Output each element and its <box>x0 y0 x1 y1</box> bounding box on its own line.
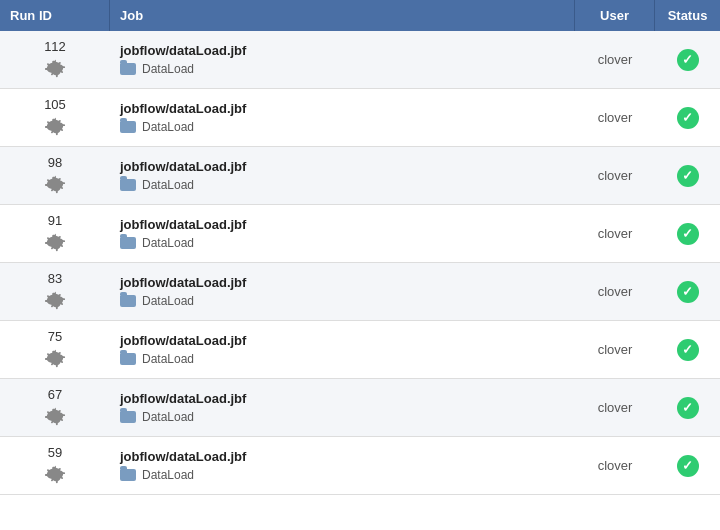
status-ok-icon: ✓ <box>677 397 699 419</box>
cell-runid: 83 <box>0 263 110 320</box>
table-row[interactable]: 67 jobflow/dataLoad.jbf DataLoad clover … <box>0 379 720 437</box>
cell-job: jobflow/dataLoad.jbf DataLoad <box>110 151 575 200</box>
status-ok-icon: ✓ <box>677 339 699 361</box>
run-id-value: 112 <box>44 39 66 54</box>
job-sub: DataLoad <box>120 468 565 482</box>
cell-user: clover <box>575 160 655 191</box>
gear-icon <box>44 290 66 312</box>
cell-status: ✓ <box>655 331 720 369</box>
job-sublabel: DataLoad <box>142 178 194 192</box>
cell-runid: 67 <box>0 379 110 436</box>
job-sublabel: DataLoad <box>142 468 194 482</box>
folder-icon <box>120 353 136 365</box>
job-filename: jobflow/dataLoad.jbf <box>120 449 565 464</box>
job-filename: jobflow/dataLoad.jbf <box>120 43 565 58</box>
job-filename: jobflow/dataLoad.jbf <box>120 101 565 116</box>
table-body: 112 jobflow/dataLoad.jbf DataLoad clover… <box>0 31 720 495</box>
cell-user: clover <box>575 334 655 365</box>
cell-job: jobflow/dataLoad.jbf DataLoad <box>110 209 575 258</box>
cell-status: ✓ <box>655 447 720 485</box>
run-id-value: 98 <box>48 155 62 170</box>
table-row[interactable]: 75 jobflow/dataLoad.jbf DataLoad clover … <box>0 321 720 379</box>
cell-user: clover <box>575 392 655 423</box>
folder-icon <box>120 237 136 249</box>
gear-icon <box>44 348 66 370</box>
folder-icon <box>120 411 136 423</box>
gear-icon <box>44 232 66 254</box>
table-row[interactable]: 112 jobflow/dataLoad.jbf DataLoad clover… <box>0 31 720 89</box>
job-sublabel: DataLoad <box>142 62 194 76</box>
gear-icon <box>44 406 66 428</box>
job-filename: jobflow/dataLoad.jbf <box>120 217 565 232</box>
cell-runid: 59 <box>0 437 110 494</box>
job-sub: DataLoad <box>120 294 565 308</box>
run-id-value: 67 <box>48 387 62 402</box>
cell-status: ✓ <box>655 41 720 79</box>
cell-user: clover <box>575 276 655 307</box>
job-sub: DataLoad <box>120 352 565 366</box>
folder-icon <box>120 121 136 133</box>
status-ok-icon: ✓ <box>677 455 699 477</box>
gear-icon <box>44 58 66 80</box>
header-user: User <box>575 0 655 31</box>
cell-runid: 75 <box>0 321 110 378</box>
cell-job: jobflow/dataLoad.jbf DataLoad <box>110 93 575 142</box>
cell-status: ✓ <box>655 389 720 427</box>
job-filename: jobflow/dataLoad.jbf <box>120 275 565 290</box>
cell-job: jobflow/dataLoad.jbf DataLoad <box>110 267 575 316</box>
folder-icon <box>120 295 136 307</box>
cell-runid: 105 <box>0 89 110 146</box>
folder-icon <box>120 469 136 481</box>
cell-runid: 91 <box>0 205 110 262</box>
status-ok-icon: ✓ <box>677 107 699 129</box>
job-sublabel: DataLoad <box>142 352 194 366</box>
cell-user: clover <box>575 218 655 249</box>
run-id-value: 105 <box>44 97 66 112</box>
status-ok-icon: ✓ <box>677 223 699 245</box>
cell-job: jobflow/dataLoad.jbf DataLoad <box>110 35 575 84</box>
status-ok-icon: ✓ <box>677 281 699 303</box>
run-id-value: 75 <box>48 329 62 344</box>
table-row[interactable]: 59 jobflow/dataLoad.jbf DataLoad clover … <box>0 437 720 495</box>
status-ok-icon: ✓ <box>677 49 699 71</box>
gear-icon <box>44 464 66 486</box>
cell-job: jobflow/dataLoad.jbf DataLoad <box>110 383 575 432</box>
run-id-value: 59 <box>48 445 62 460</box>
folder-icon <box>120 63 136 75</box>
job-sublabel: DataLoad <box>142 236 194 250</box>
job-sub: DataLoad <box>120 178 565 192</box>
cell-user: clover <box>575 102 655 133</box>
cell-user: clover <box>575 450 655 481</box>
job-filename: jobflow/dataLoad.jbf <box>120 333 565 348</box>
job-sub: DataLoad <box>120 120 565 134</box>
job-filename: jobflow/dataLoad.jbf <box>120 159 565 174</box>
header-job: Job <box>110 0 575 31</box>
gear-icon <box>44 174 66 196</box>
table-row[interactable]: 98 jobflow/dataLoad.jbf DataLoad clover … <box>0 147 720 205</box>
cell-status: ✓ <box>655 215 720 253</box>
folder-icon <box>120 179 136 191</box>
cell-status: ✓ <box>655 157 720 195</box>
job-sub: DataLoad <box>120 62 565 76</box>
job-sublabel: DataLoad <box>142 410 194 424</box>
header-runid: Run ID <box>0 0 110 31</box>
run-id-value: 91 <box>48 213 62 228</box>
cell-runid: 98 <box>0 147 110 204</box>
job-sub: DataLoad <box>120 236 565 250</box>
cell-status: ✓ <box>655 273 720 311</box>
run-id-value: 83 <box>48 271 62 286</box>
job-filename: jobflow/dataLoad.jbf <box>120 391 565 406</box>
gear-icon <box>44 116 66 138</box>
job-sublabel: DataLoad <box>142 120 194 134</box>
table-row[interactable]: 83 jobflow/dataLoad.jbf DataLoad clover … <box>0 263 720 321</box>
cell-job: jobflow/dataLoad.jbf DataLoad <box>110 441 575 490</box>
cell-user: clover <box>575 44 655 75</box>
table-row[interactable]: 91 jobflow/dataLoad.jbf DataLoad clover … <box>0 205 720 263</box>
cell-job: jobflow/dataLoad.jbf DataLoad <box>110 325 575 374</box>
status-ok-icon: ✓ <box>677 165 699 187</box>
cell-status: ✓ <box>655 99 720 137</box>
cell-runid: 112 <box>0 31 110 88</box>
table-row[interactable]: 105 jobflow/dataLoad.jbf DataLoad clover… <box>0 89 720 147</box>
header-status: Status <box>655 0 720 31</box>
job-sublabel: DataLoad <box>142 294 194 308</box>
